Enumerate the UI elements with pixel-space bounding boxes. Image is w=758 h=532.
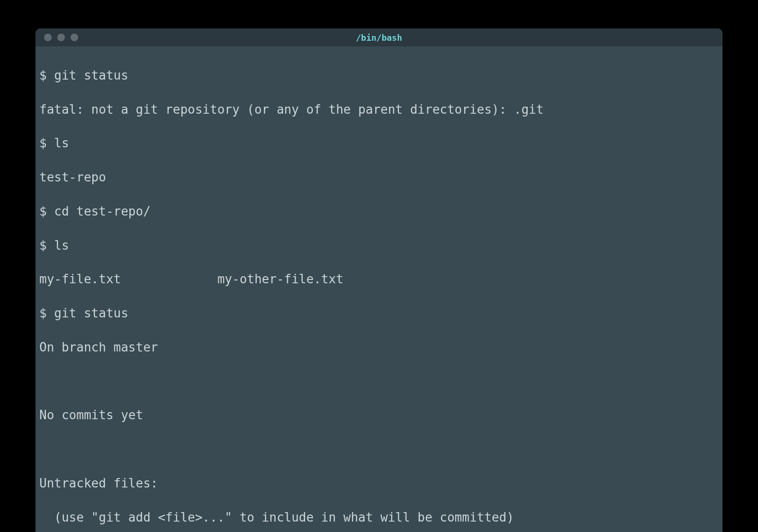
prompt-symbol: $: [39, 204, 47, 218]
output-line: fatal: not a git repository (or any of t…: [39, 101, 719, 118]
output-line: On branch master: [39, 339, 719, 356]
output-line: my-file.txt my-other-file.txt: [39, 271, 719, 288]
titlebar[interactable]: /bin/bash: [36, 28, 722, 46]
prompt-line: $ ls: [39, 135, 719, 152]
traffic-lights: [44, 34, 78, 41]
minimize-icon[interactable]: [57, 34, 65, 41]
prompt-line: $ cd test-repo/: [39, 203, 719, 220]
window-title: /bin/bash: [36, 33, 722, 43]
output-line: test-repo: [39, 169, 719, 186]
command-text: git status: [54, 306, 128, 320]
output-line: (use "git add <file>..." to include in w…: [39, 509, 719, 526]
prompt-line: $ ls: [39, 237, 719, 254]
command-text: git status: [54, 68, 128, 82]
maximize-icon[interactable]: [71, 34, 78, 41]
prompt-symbol: $: [39, 68, 47, 82]
output-line: No commits yet: [39, 407, 719, 424]
prompt-symbol: $: [39, 238, 47, 252]
prompt-line: $ git status: [39, 305, 719, 322]
command-text: cd test-repo/: [54, 204, 151, 218]
terminal-window: /bin/bash $ git status fatal: not a git …: [36, 28, 722, 532]
blank-line: [39, 441, 719, 458]
command-text: ls: [54, 238, 69, 252]
output-line: Untracked files:: [39, 475, 719, 492]
prompt-symbol: $: [39, 136, 47, 150]
terminal-body[interactable]: $ git status fatal: not a git repository…: [36, 46, 722, 532]
blank-line: [39, 373, 719, 390]
prompt-symbol: $: [39, 306, 47, 320]
close-icon[interactable]: [44, 34, 52, 41]
prompt-line: $ git status: [39, 67, 719, 84]
command-text: ls: [54, 136, 69, 150]
